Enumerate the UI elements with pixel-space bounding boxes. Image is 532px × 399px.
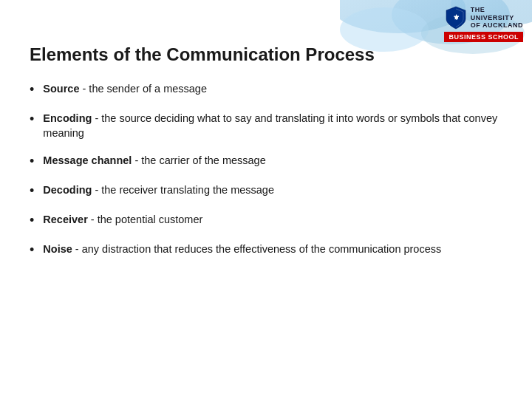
logo-business-school: BUSINESS SCHOOL	[444, 32, 523, 42]
svg-text:⚜: ⚜	[452, 13, 459, 21]
bullet-icon: •	[30, 81, 34, 99]
bullet-text: Decoding - the receiver translating the …	[43, 183, 502, 197]
term-description: - the potential customer	[88, 214, 203, 225]
university-name: THE UNIVERSITY OF AUCKLAND	[471, 6, 523, 29]
bullet-text: Message channel - the carrier of the mes…	[43, 153, 502, 168]
bullet-icon: •	[30, 241, 34, 259]
bullet-text: Source - the sender of a message	[43, 81, 502, 96]
term-label: Noise	[43, 243, 72, 255]
logo-the-text: THE	[471, 6, 523, 13]
shield-icon: ⚜	[446, 6, 466, 30]
term-label: Decoding	[43, 184, 92, 196]
list-item: • Source - the sender of a message	[30, 81, 502, 99]
term-description: - any distraction that reduces the effec…	[72, 243, 441, 255]
list-item: • Message channel - the carrier of the m…	[30, 153, 502, 171]
list-item: • Decoding - the receiver translating th…	[30, 183, 502, 200]
bullet-icon: •	[30, 152, 34, 171]
term-label: Message channel	[43, 154, 132, 166]
term-label: Receiver	[43, 214, 87, 225]
bullet-icon: •	[30, 211, 34, 230]
term-description: - the sender of a message	[79, 83, 207, 95]
list-item: • Encoding - the source deciding what to…	[30, 111, 502, 141]
university-logo: ⚜ THE UNIVERSITY OF AUCKLAND BUSINESS SC…	[444, 6, 523, 42]
term-label: Source	[43, 83, 79, 95]
list-item: • Receiver - the potential customer	[30, 212, 502, 230]
main-content: Elements of the Communication Process • …	[30, 44, 502, 384]
list-item: • Noise - any distraction that reduces t…	[30, 242, 502, 259]
term-description: - the carrier of the message	[132, 154, 265, 166]
bullet-text: Receiver - the potential customer	[43, 212, 502, 227]
bullet-list: • Source - the sender of a message • Enc…	[30, 81, 502, 260]
bullet-icon: •	[30, 182, 34, 200]
bullet-text: Encoding - the source deciding what to s…	[43, 111, 502, 141]
logo-university-text: UNIVERSITY	[471, 14, 523, 21]
term-description: - the source deciding what to say and tr…	[43, 112, 497, 139]
logo-of-auckland-text: OF AUCKLAND	[471, 21, 523, 29]
bullet-text: Noise - any distraction that reduces the…	[43, 242, 502, 256]
page-title: Elements of the Communication Process	[30, 44, 502, 65]
term-label: Encoding	[43, 112, 92, 124]
bullet-icon: •	[30, 110, 34, 129]
term-description: - the receiver translating the message	[92, 184, 274, 196]
